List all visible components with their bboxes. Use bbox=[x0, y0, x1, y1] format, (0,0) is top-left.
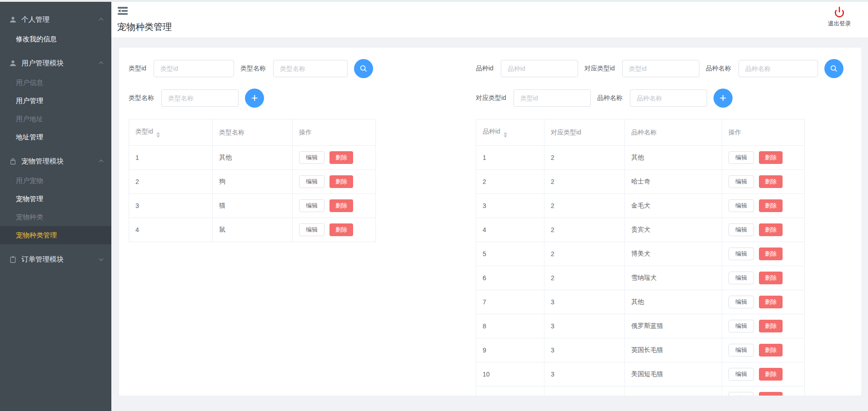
breed-name-input[interactable] bbox=[738, 60, 818, 77]
type-id-column-header[interactable]: 类型id bbox=[129, 119, 213, 146]
delete-button[interactable]: 删除 bbox=[759, 223, 783, 236]
breed-add-button[interactable]: + bbox=[713, 89, 733, 108]
row-actions-cell: 编辑删除 bbox=[722, 170, 805, 194]
delete-button[interactable]: 删除 bbox=[329, 175, 353, 188]
table-cell: 10 bbox=[476, 362, 544, 386]
delete-button[interactable]: 删除 bbox=[759, 344, 783, 357]
breed-name-column-header: 品种名称 bbox=[625, 119, 722, 146]
edit-button[interactable]: 编辑 bbox=[728, 151, 754, 164]
breed-id-input[interactable] bbox=[501, 60, 578, 77]
sidebar-item-user-pets[interactable]: 用户宠物 bbox=[0, 172, 111, 190]
edit-button[interactable]: 编辑 bbox=[299, 151, 324, 164]
chevron-up-icon bbox=[99, 18, 104, 22]
delete-button[interactable]: 删除 bbox=[759, 272, 783, 284]
chevron-up-icon bbox=[99, 61, 104, 66]
sidebar-group-header-order[interactable]: 订单管理模块 bbox=[0, 249, 111, 270]
delete-button[interactable]: 删除 bbox=[759, 199, 783, 212]
table-cell: 8 bbox=[476, 314, 544, 338]
table-row: 22哈士奇编辑删除 bbox=[476, 170, 805, 194]
type-name-input[interactable] bbox=[273, 60, 348, 77]
sidebar-item-user-info[interactable]: 用户信息 bbox=[0, 74, 111, 92]
sort-caret-icon[interactable] bbox=[156, 132, 160, 138]
edit-button[interactable]: 编辑 bbox=[299, 175, 324, 188]
delete-button[interactable]: 删除 bbox=[329, 151, 353, 164]
sidebar-group-label: 订单管理模块 bbox=[21, 255, 64, 264]
sidebar-item-user-address[interactable]: 用户地址 bbox=[0, 110, 111, 128]
delete-button[interactable]: 删除 bbox=[759, 151, 783, 164]
breed-type-id-add-input[interactable] bbox=[514, 89, 591, 107]
sidebar-item-pet-category-management[interactable]: 宠物种类管理 bbox=[0, 226, 111, 244]
edit-button[interactable]: 编辑 bbox=[728, 392, 754, 396]
logout-button[interactable]: 退出登录 bbox=[824, 5, 854, 28]
delete-button[interactable]: 删除 bbox=[759, 296, 783, 308]
breed-id-column-header[interactable]: 品种id bbox=[476, 119, 544, 146]
edit-button[interactable]: 编辑 bbox=[728, 223, 754, 236]
table-cell: 2 bbox=[544, 242, 625, 266]
type-id-input[interactable] bbox=[154, 60, 234, 77]
delete-button[interactable]: 删除 bbox=[759, 248, 783, 260]
edit-button[interactable]: 编辑 bbox=[728, 175, 754, 188]
edit-button[interactable]: 编辑 bbox=[728, 248, 754, 260]
breed-name-add-input[interactable] bbox=[630, 89, 707, 107]
sidebar-item-pet-management[interactable]: 宠物管理 bbox=[0, 190, 111, 208]
sidebar-group-header-pet[interactable]: 宠物管理模块 bbox=[0, 151, 111, 172]
edit-button[interactable]: 编辑 bbox=[728, 296, 754, 308]
table-row: 1其他编辑删除 bbox=[129, 146, 376, 170]
delete-button[interactable]: 删除 bbox=[759, 320, 783, 332]
table-cell: 其他 bbox=[625, 290, 722, 314]
sidebar-group-user: 用户管理模块 用户信息 用户管理 用户地址 地址管理 bbox=[0, 53, 111, 146]
breed-type-id-input[interactable] bbox=[622, 60, 699, 77]
breed-panel: 品种id 对应类型id 品种名称 对应类型id bbox=[476, 48, 858, 118]
delete-button[interactable]: 删除 bbox=[759, 368, 783, 381]
table-cell: 2 bbox=[544, 194, 625, 218]
row-actions-cell: 编辑删除 bbox=[293, 146, 376, 170]
table-row: 73其他编辑删除 bbox=[476, 290, 805, 314]
edit-button[interactable]: 编辑 bbox=[728, 344, 754, 357]
sidebar-item-address-management[interactable]: 地址管理 bbox=[0, 128, 111, 146]
sidebar-group-pet: 宠物管理模块 用户宠物 宠物管理 宠物种类 宠物种类管理 bbox=[0, 151, 111, 244]
delete-button[interactable]: 删除 bbox=[759, 392, 783, 396]
table-cell: 金毛犬 bbox=[625, 194, 722, 218]
type-search-button[interactable] bbox=[354, 59, 373, 78]
table-cell: 3 bbox=[544, 290, 625, 314]
sidebar-item-pet-category[interactable]: 宠物种类 bbox=[0, 208, 111, 226]
table-cell: 4 bbox=[476, 218, 544, 242]
sidebar-group-header-user[interactable]: 用户管理模块 bbox=[0, 53, 111, 74]
delete-button[interactable]: 删除 bbox=[329, 223, 353, 236]
edit-button[interactable]: 编辑 bbox=[728, 199, 754, 212]
edit-button[interactable]: 编辑 bbox=[728, 368, 754, 381]
sidebar-item-user-management[interactable]: 用户管理 bbox=[0, 92, 111, 110]
edit-button[interactable]: 编辑 bbox=[299, 199, 324, 212]
sidebar-item-edit-my-info[interactable]: 修改我的信息 bbox=[0, 30, 111, 48]
type-name-column-header: 类型名称 bbox=[213, 119, 293, 146]
row-actions-cell: 编辑删除 bbox=[722, 362, 805, 386]
edit-button[interactable]: 编辑 bbox=[728, 272, 754, 284]
edit-button[interactable]: 编辑 bbox=[299, 223, 324, 236]
clipboard-icon bbox=[9, 256, 17, 263]
breed-search-button[interactable] bbox=[824, 59, 843, 78]
table-cell: 雪纳瑞犬 bbox=[625, 266, 722, 290]
delete-button[interactable]: 删除 bbox=[759, 175, 783, 188]
table-cell: 4 bbox=[129, 218, 213, 242]
table-cell: 3 bbox=[544, 362, 625, 386]
sidebar-group-header-personal[interactable]: 个人管理 bbox=[0, 9, 111, 30]
type-panel: 类型id 类型名称 类型名称 + bbox=[129, 48, 465, 118]
breed-type-id-label: 对应类型id bbox=[584, 64, 615, 73]
type-search-form: 类型id 类型名称 类型名称 + bbox=[129, 48, 465, 108]
power-icon bbox=[833, 5, 846, 19]
content-card: 类型id 类型名称 类型名称 + bbox=[119, 48, 861, 396]
fold-icon bbox=[117, 6, 129, 16]
row-actions-cell: 编辑删除 bbox=[722, 386, 805, 396]
table-cell: 2 bbox=[544, 146, 625, 170]
delete-button[interactable]: 删除 bbox=[329, 199, 353, 212]
type-add-button[interactable]: + bbox=[245, 89, 264, 108]
type-name-label: 类型名称 bbox=[240, 64, 266, 73]
edit-button[interactable]: 编辑 bbox=[728, 320, 754, 332]
table-cell: 鼠 bbox=[213, 218, 293, 242]
table-cell: 贵宾犬 bbox=[625, 218, 722, 242]
type-name-add-input[interactable] bbox=[161, 89, 239, 107]
table-cell: 3 bbox=[544, 314, 625, 338]
row-actions-cell: 编辑删除 bbox=[722, 146, 805, 170]
sidebar-fold-button[interactable] bbox=[117, 6, 129, 17]
sort-caret-icon[interactable] bbox=[504, 132, 507, 138]
